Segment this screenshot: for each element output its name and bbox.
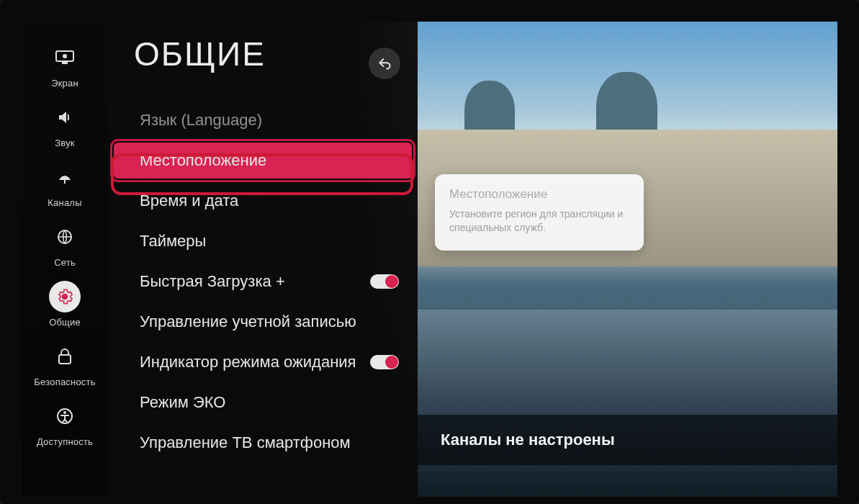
menu-item-standby-indicator[interactable]: Индикатор режима ожидания (114, 344, 412, 380)
sidebar-item-label: Каналы (48, 197, 81, 208)
menu-item-label: Управление ТВ смартфоном (140, 433, 351, 452)
sidebar-item-label: Общие (49, 317, 81, 328)
satellite-icon (49, 161, 81, 193)
sidebar-item-label: Сеть (54, 257, 76, 268)
svg-point-7 (63, 411, 66, 414)
settings-panel: ОБЩИЕ Язык (Language) Местоположение Вре… (108, 22, 418, 497)
sidebar-item-label: Экран (51, 78, 78, 89)
sidebar-item-network[interactable]: Сеть (49, 221, 81, 268)
sidebar-item-screen[interactable]: Экран (49, 42, 81, 89)
menu-item-label: Быстрая Загрузка + (140, 272, 285, 291)
category-sidebar: Экран Звук Каналы Сеть (22, 22, 108, 497)
back-button[interactable] (369, 48, 400, 79)
menu-item-time-date[interactable]: Время и дата (114, 183, 412, 219)
menu-item-label: Режим ЭКО (140, 393, 225, 412)
screen-icon (49, 42, 81, 73)
toggle-knob (385, 356, 398, 369)
sound-icon (49, 102, 81, 133)
info-card-title: Местоположение (449, 187, 629, 202)
sidebar-item-label: Звук (55, 138, 74, 148)
sidebar-item-label: Безопасность (34, 377, 95, 387)
menu-item-label: Таймеры (140, 232, 206, 251)
sidebar-item-general[interactable]: Общие (49, 281, 81, 328)
toggle-knob (385, 275, 398, 288)
back-arrow-icon (377, 56, 392, 71)
svg-rect-2 (62, 62, 68, 64)
settings-menu-list: Язык (Language) Местоположение Время и д… (114, 102, 418, 461)
menu-item-label: Время и дата (140, 192, 238, 210)
menu-item-label: Управление учетной записью (140, 312, 356, 331)
menu-item-quick-start[interactable]: Быстрая Загрузка + (114, 264, 412, 300)
info-card: Местоположение Установите регион для тра… (435, 174, 644, 251)
gear-icon (49, 281, 81, 312)
lock-icon (49, 341, 81, 372)
svg-point-1 (63, 54, 67, 58)
status-banner: Каналы не настроены (418, 415, 837, 465)
menu-item-timers[interactable]: Таймеры (114, 223, 412, 259)
menu-item-label: Язык (Language) (140, 111, 262, 130)
globe-icon (49, 221, 81, 253)
toggle-quick-start[interactable] (370, 274, 399, 289)
sidebar-item-safety[interactable]: Безопасность (34, 341, 95, 387)
info-card-body: Установите регион для трансляции и специ… (449, 207, 629, 235)
svg-rect-3 (64, 180, 66, 184)
sidebar-item-accessibility[interactable]: Доступность (37, 400, 93, 447)
sidebar-item-label: Доступность (37, 436, 93, 447)
sidebar-item-sound[interactable]: Звук (49, 102, 81, 148)
tv-frame: Экран Звук Каналы Сеть (0, 0, 859, 504)
menu-item-eco-mode[interactable]: Режим ЭКО (114, 384, 412, 420)
svg-rect-5 (59, 355, 71, 364)
menu-item-tv-smartphone[interactable]: Управление ТВ смартфоном (114, 425, 412, 461)
preview-area: Местоположение Установите регион для тра… (418, 22, 837, 497)
menu-item-label: Индикатор режима ожидания (140, 353, 356, 372)
menu-item-account-mgmt[interactable]: Управление учетной записью (114, 304, 412, 340)
screen: Экран Звук Каналы Сеть (22, 22, 837, 497)
menu-item-label: Местоположение (140, 151, 266, 170)
menu-item-language[interactable]: Язык (Language) (114, 102, 412, 138)
sidebar-item-channels[interactable]: Каналы (48, 161, 81, 208)
accessibility-icon (49, 400, 81, 432)
menu-item-location[interactable]: Местоположение (114, 143, 412, 179)
toggle-standby-indicator[interactable] (370, 355, 399, 369)
preview-water (418, 310, 837, 497)
